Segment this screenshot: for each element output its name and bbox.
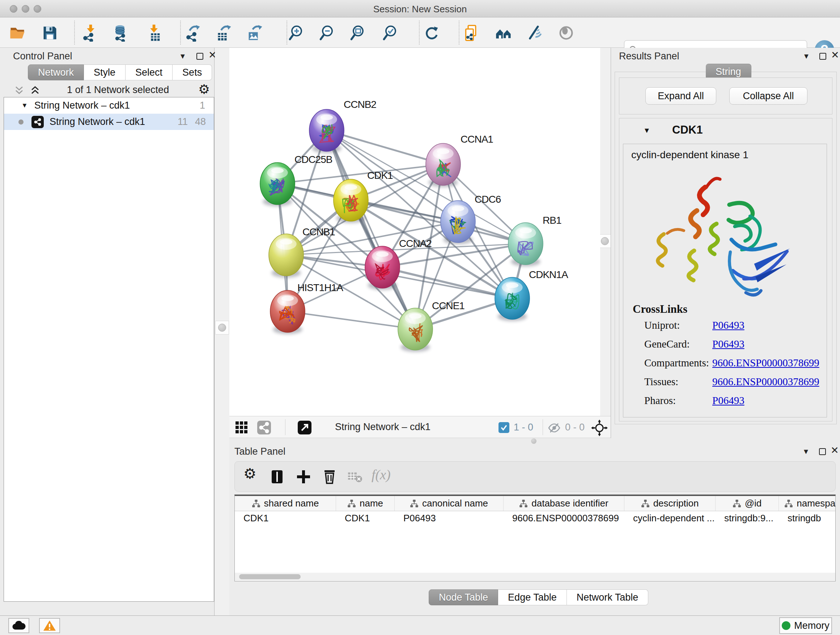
export-table-button[interactable] (216, 24, 233, 42)
panel-close-icon[interactable]: ✕ (831, 49, 839, 61)
zoom-selected-button[interactable] (382, 24, 399, 42)
right-splitter[interactable] (600, 48, 611, 416)
node-cdc6[interactable]: CDC6 (441, 194, 501, 244)
collapse-all-chevron-icon[interactable] (14, 86, 25, 96)
inactive-indicator-button[interactable] (557, 24, 575, 42)
crosslink-uniprot--link[interactable]: P06493 (712, 319, 745, 331)
node-cdkn1a[interactable]: CDKN1A (495, 269, 568, 321)
right-splitter-handle[interactable] (598, 234, 611, 248)
panel-close-icon[interactable]: ✕ (831, 445, 839, 456)
expand-all-button[interactable]: Expand All (645, 87, 716, 105)
horizontal-splitter[interactable] (229, 438, 840, 444)
column-header-namespace[interactable]: namespace (779, 496, 836, 511)
show-graphics-details-button[interactable] (526, 24, 543, 42)
table-settings-gear-icon[interactable]: ⚙ (243, 465, 256, 482)
collection-expand-icon[interactable]: ▼ (21, 102, 28, 109)
string-network-graph[interactable]: CCNB2CCNA1CDC25BCDK1CDC6RB1CCNB1CCNA2CDK… (229, 48, 600, 416)
network-node-count: 11 (178, 116, 188, 127)
table-cell: stringdb (779, 511, 836, 525)
tab-edge-table[interactable]: Edge Table (498, 589, 567, 605)
node-ccnb1[interactable]: CCNB1 (269, 226, 335, 278)
column-header-database-identifier[interactable]: database identifier (504, 496, 624, 511)
panel-menu-icon[interactable]: ▼ (803, 52, 810, 60)
tree-collection-row[interactable]: ▼ String Network – cdk1 1 (4, 97, 214, 114)
warnings-button[interactable] (39, 618, 60, 633)
crosslink-genecard--link[interactable]: P06493 (712, 338, 745, 350)
gene-detail-box: cyclin-dependent kinase 1 (623, 144, 827, 417)
node-hist1h1a[interactable]: HIST1H1A (270, 282, 343, 334)
birds-eye-view-icon[interactable] (297, 420, 312, 435)
tab-sets[interactable]: Sets (172, 65, 212, 80)
refresh-view-button[interactable] (423, 24, 440, 42)
column-header-description[interactable]: description (624, 496, 715, 511)
zoom-out-button[interactable] (319, 24, 336, 42)
open-session-button[interactable] (9, 24, 26, 42)
node-rb1[interactable]: RB1 (508, 215, 561, 266)
network-options-gear-icon[interactable]: ⚙ (198, 82, 210, 97)
expand-all-chevron-icon[interactable] (30, 86, 41, 96)
results-panel-title: Results Panel (619, 51, 679, 62)
memory-button[interactable]: Memory (779, 617, 832, 634)
panel-float-icon[interactable] (819, 448, 826, 455)
horizontal-splitter-handle[interactable] (531, 439, 537, 444)
left-splitter[interactable] (215, 48, 229, 616)
column-header-canonical-name[interactable]: canonical name (395, 496, 504, 511)
network-canvas[interactable]: CCNB2CCNA1CDC25BCDK1CDC6RB1CCNB1CCNA2CDK… (229, 48, 600, 416)
table-horizontal-scrollbar[interactable] (234, 573, 836, 581)
clone-network-button[interactable] (463, 24, 481, 42)
panel-menu-icon[interactable]: ▼ (179, 52, 186, 60)
tab-node-table[interactable]: Node Table (429, 589, 498, 605)
grid-view-icon[interactable] (235, 421, 248, 434)
crosslink-label: Pharos: (644, 394, 676, 406)
collapse-all-button[interactable]: Collapse All (729, 87, 807, 105)
import-network-database-button[interactable] (112, 24, 130, 42)
zoom-fit-button[interactable] (349, 24, 367, 42)
left-splitter-handle[interactable] (215, 321, 229, 334)
delete-column-icon[interactable] (322, 469, 338, 485)
column-header-@id[interactable]: @id (715, 496, 779, 511)
edge-hist1h1a-ccne1 (287, 311, 415, 329)
string-home-button[interactable] (495, 24, 512, 42)
zoom-in-button[interactable] (288, 24, 305, 42)
column-header-shared-name[interactable]: shared name (235, 496, 336, 511)
export-image-button[interactable] (246, 24, 264, 42)
crosslink-compartments--link[interactable]: 9606.ENSP00000378699 (712, 357, 819, 369)
crosslink-pharos--link[interactable]: P06493 (712, 394, 745, 407)
tab-select[interactable]: Select (126, 65, 172, 80)
network-view-toolbar: String Network – cdk1 1 - 0 0 - 0 (229, 416, 611, 438)
save-session-button[interactable] (41, 24, 58, 42)
main-toolbar: ? (0, 18, 840, 48)
function-builder-icon[interactable]: f(x) (371, 467, 391, 483)
houses-icon (495, 24, 512, 42)
zoom-fit-icon (349, 24, 367, 42)
network-selection-bar: 1 of 1 Network selected ⚙ (0, 82, 215, 98)
pan-crosshair-icon[interactable] (591, 420, 608, 436)
import-table-button[interactable] (145, 24, 163, 42)
hidden-eye-icon[interactable] (548, 422, 561, 434)
export-network-button[interactable] (185, 24, 202, 42)
selected-nodes-checkbox[interactable] (499, 422, 509, 433)
show-columns-icon[interactable] (270, 469, 286, 485)
crosslink-tissues--link[interactable]: 9606.ENSP00000378699 (712, 376, 819, 388)
open-folder-icon (9, 24, 26, 42)
import-network-file-button[interactable] (82, 24, 99, 42)
table-row[interactable]: CDK1CDK1P064939606.ENSP00000378699cyclin… (235, 511, 835, 525)
scrollbar-thumb[interactable] (239, 574, 301, 579)
database-icon (112, 24, 130, 42)
add-column-icon[interactable] (295, 469, 311, 485)
tab-network-table[interactable]: Network Table (567, 589, 649, 605)
copy-network-icon (463, 24, 481, 42)
node-ccna1[interactable]: CCNA1 (426, 134, 493, 187)
column-header-name[interactable]: name (336, 496, 395, 511)
tab-network[interactable]: Network (28, 65, 84, 80)
panel-menu-icon[interactable]: ▼ (802, 448, 810, 456)
network-view-icon[interactable] (257, 420, 271, 435)
gene-collapse-icon[interactable]: ▼ (643, 126, 651, 135)
panel-float-icon[interactable] (819, 53, 826, 60)
tree-network-row[interactable]: String Network – cdk1 11 48 (4, 114, 214, 130)
cloud-status-button[interactable] (8, 618, 29, 633)
tab-style[interactable]: Style (84, 65, 126, 80)
panel-float-icon[interactable] (196, 53, 203, 60)
node-ccne1[interactable]: CCNE1 (398, 300, 464, 352)
delete-table-icon[interactable] (347, 471, 362, 483)
